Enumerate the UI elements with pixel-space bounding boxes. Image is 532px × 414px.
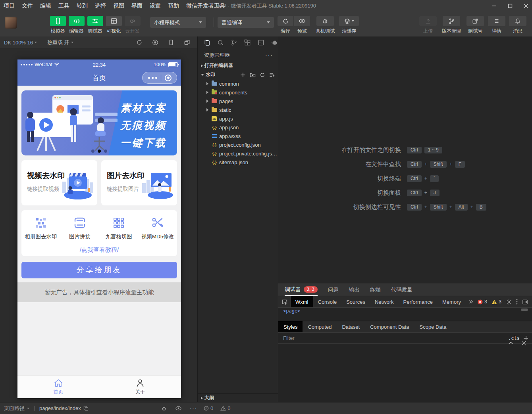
clear-cache-button[interactable]: 清缓存 [339, 16, 359, 34]
style-tab[interactable]: Dataset [337, 321, 365, 332]
tree-item-file[interactable]: {..}app.json [198, 123, 278, 132]
dom-node[interactable]: <page> [283, 308, 300, 314]
appify-icon[interactable] [271, 39, 278, 46]
user-avatar[interactable] [5, 17, 17, 29]
debugger-tab[interactable]: 终端 [370, 284, 381, 296]
debugger-button[interactable]: 调试器 [86, 16, 104, 34]
messages-button[interactable]: 消息 [509, 16, 526, 34]
filter-input[interactable] [282, 335, 504, 341]
style-tab[interactable]: Component Data [365, 321, 414, 332]
preview-button[interactable]: 预览 [294, 16, 310, 34]
menu-item[interactable]: 视图 [110, 2, 128, 10]
outline-section[interactable]: 大纲 [198, 393, 278, 402]
image-stitch-tool[interactable]: 图片拼接 [60, 215, 99, 240]
tree-item-file[interactable]: JSapp.js [198, 114, 278, 123]
exit-miniprogram-icon[interactable] [165, 75, 172, 81]
new-folder-icon[interactable] [250, 72, 256, 78]
style-tab[interactable]: Styles [278, 321, 303, 332]
extensions-icon[interactable] [244, 39, 251, 46]
more-options-icon[interactable] [148, 77, 157, 79]
tree-item-file[interactable]: {..}project.config.json [198, 140, 278, 149]
wxml-element-tree[interactable]: <page> [278, 308, 532, 321]
style-tab[interactable]: Scope Data [414, 321, 451, 332]
tree-item-folder[interactable]: components [198, 88, 278, 97]
video-md5-tool[interactable]: 视频MD5修改 [138, 215, 177, 240]
debugger-tab[interactable]: 问题 [328, 284, 339, 296]
record-icon[interactable] [152, 39, 158, 46]
mode-select[interactable]: 小程序模式 [150, 17, 206, 28]
debugger-tab[interactable]: 代码质量 [391, 284, 412, 296]
tree-item-folder[interactable]: common [198, 79, 278, 88]
devtools-tab[interactable]: Network [370, 296, 399, 307]
eye-icon[interactable] [175, 405, 182, 412]
add-style-icon[interactable] [524, 336, 528, 340]
debugger-tab[interactable]: 调试器 3, 3 [285, 284, 318, 296]
multi-window-icon[interactable] [184, 39, 190, 46]
menu-item[interactable]: 编辑 [37, 2, 55, 10]
inspect-element-icon[interactable] [278, 296, 291, 307]
refresh-icon[interactable] [260, 72, 265, 78]
more-actions-icon[interactable]: ··· [265, 52, 273, 58]
tree-item-file[interactable]: {..}project.private.config.js… [198, 149, 278, 158]
image-watermark-card[interactable]: 图片去水印 链接提取图片 [101, 160, 177, 205]
tree-item-file[interactable]: {..}sitemap.json [198, 158, 278, 167]
compile-button[interactable]: 编译 [278, 16, 293, 34]
files-icon[interactable] [204, 39, 210, 46]
devtools-tab[interactable]: Console [313, 296, 342, 307]
debugger-tab[interactable]: 输出 [349, 284, 360, 296]
search-icon[interactable] [217, 39, 224, 46]
menu-item[interactable]: 转到 [73, 2, 91, 10]
nine-grid-tool[interactable]: 九宫格切图 [99, 215, 138, 240]
maximize-button[interactable] [507, 3, 513, 9]
menu-item[interactable]: 选择 [91, 2, 110, 10]
device-select[interactable]: DK 100% 16 [4, 40, 37, 46]
compile-select[interactable]: 普通编译 [218, 17, 274, 28]
restart-icon[interactable] [136, 39, 143, 46]
album-watermark-tool[interactable]: 相册图去水印 [21, 215, 60, 240]
menu-item[interactable]: 设置 [146, 2, 164, 10]
snapshot-icon[interactable] [258, 39, 264, 46]
details-button[interactable]: 详情 [488, 16, 505, 34]
style-tab[interactable]: Computed [303, 321, 337, 332]
upload-button[interactable]: 上传 [419, 16, 437, 34]
carousel-dot[interactable] [104, 150, 107, 153]
bug-icon[interactable] [161, 405, 167, 412]
devtools-tab[interactable]: Performance [399, 296, 438, 307]
devtools-tab[interactable]: Sources [341, 296, 370, 307]
problems-summary[interactable]: 0 0 [204, 405, 230, 411]
source-control-icon[interactable] [231, 39, 237, 46]
page-path-label[interactable]: 页面路径 [4, 405, 25, 412]
banner-carousel[interactable]: 素材文案无痕视频一键下载 [21, 90, 177, 155]
tree-item-folder[interactable]: pages [198, 97, 278, 105]
tab-home[interactable]: 首页 [17, 376, 99, 398]
devtools-tab[interactable]: Memory [438, 296, 466, 307]
menu-item[interactable]: 帮助 [164, 2, 183, 10]
close-panel-icon[interactable] [521, 341, 526, 346]
device-frame-icon[interactable] [168, 39, 174, 46]
share-button[interactable]: 分享给朋友 [21, 262, 177, 278]
tab-about[interactable]: 关于 [99, 376, 181, 398]
tree-item-file[interactable]: app.wxss [198, 132, 278, 140]
editor-button[interactable]: 编辑器 [67, 16, 86, 34]
version-control-button[interactable]: 版本管理 [440, 16, 463, 34]
more-icon[interactable]: ··· [190, 405, 197, 411]
tree-item-folder[interactable]: static [198, 105, 278, 114]
simulator-button[interactable]: 模拟器 [48, 16, 67, 34]
video-watermark-card[interactable]: 视频去水印 链接提取视频 [21, 160, 97, 205]
cloud-dev-button[interactable]: 云开发 [123, 16, 142, 34]
open-editors-section[interactable]: 打开的编辑器 [198, 61, 278, 70]
menu-item[interactable]: 项目 [0, 2, 18, 10]
menu-item[interactable]: 界面 [128, 2, 146, 10]
tutorial-link[interactable]: /点我查看教程/ [80, 246, 119, 254]
carousel-dot[interactable] [98, 150, 101, 153]
minimize-button[interactable] [492, 3, 497, 9]
close-button[interactable] [523, 3, 529, 9]
hot-reload-toggle[interactable]: 热重载 开 [47, 39, 73, 46]
copy-icon[interactable] [83, 406, 89, 411]
menu-item[interactable]: 文件 [18, 2, 37, 10]
new-file-icon[interactable] [240, 72, 246, 78]
project-section[interactable]: 水印 [198, 70, 278, 79]
carousel-dot[interactable] [91, 150, 94, 153]
visualization-button[interactable]: 可视化 [104, 16, 123, 34]
device-debug-button[interactable]: 真机调试 [314, 16, 336, 34]
